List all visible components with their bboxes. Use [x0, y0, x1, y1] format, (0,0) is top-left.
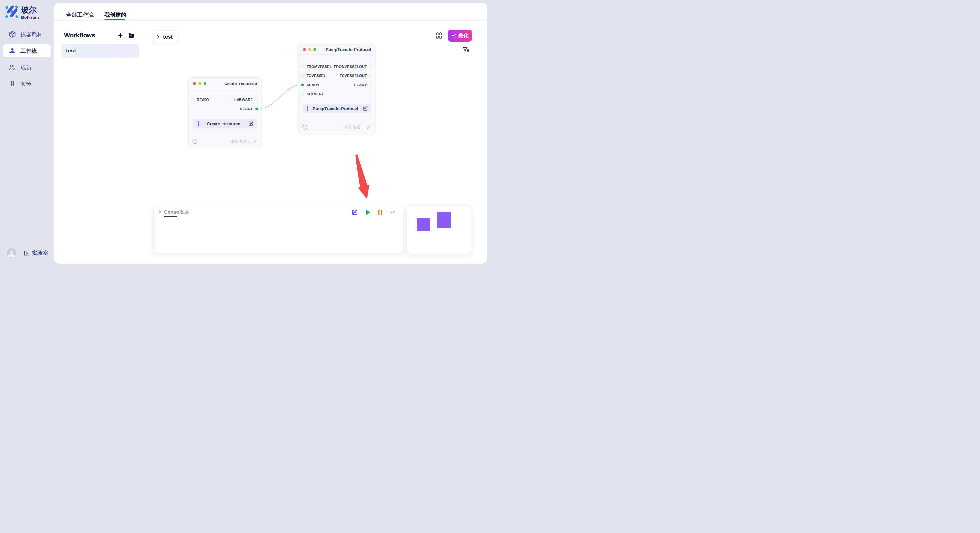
input-port-fromvessel[interactable] — [301, 65, 304, 68]
traffic-light-green-icon — [313, 48, 316, 51]
port-row: FROMVESSEL FROMVESSELOUT — [299, 63, 375, 70]
filter-icon[interactable] — [463, 47, 469, 53]
description-placeholder[interactable]: 添加描述... — [345, 124, 364, 130]
node-footer: 添加描述... — [192, 138, 257, 145]
workflow-people-icon — [8, 47, 16, 55]
port-label: FROMVESSEL — [307, 65, 332, 69]
port-row: READY — [189, 106, 261, 112]
brand-subtitle: Bohrium — [21, 15, 39, 20]
sidebar-item-experiments[interactable]: 实验 — [3, 78, 51, 90]
workflow-item-label: test — [66, 48, 76, 54]
members-icon — [8, 63, 16, 71]
output-port-ready[interactable] — [255, 108, 258, 110]
avatar-person-icon — [7, 248, 16, 258]
beautify-label: 美化 — [458, 32, 469, 39]
tab-my-workflows[interactable]: 我创建的 — [104, 11, 126, 19]
package-icon — [8, 30, 16, 38]
plus-icon — [118, 33, 123, 38]
panel-divider — [142, 21, 142, 263]
input-port-tovessel[interactable] — [301, 75, 304, 78]
flow-node-pump-transfer[interactable]: PumpTransferProtocol FROMVESSEL FROMVESS… — [298, 44, 375, 133]
output-port-fromvesselout[interactable] — [369, 65, 372, 68]
minimap-node-rect — [417, 218, 430, 231]
tab-task[interactable]: Task — [180, 209, 189, 215]
output-port-labware[interactable] — [255, 98, 258, 102]
console-actions — [352, 209, 395, 215]
node-footer: 添加描述... — [302, 124, 371, 130]
breadcrumb-label: test — [163, 34, 173, 40]
console-panel: Console Task — [153, 205, 404, 253]
flow-node-create-resource[interactable]: create_resource READY LABWARE READY Crea… — [188, 78, 261, 148]
brand-title: 玻尔 — [21, 5, 39, 15]
node-title: PumpTransferProtocol — [326, 47, 371, 52]
sparkles-icon — [451, 33, 456, 38]
user-avatar[interactable] — [7, 248, 16, 258]
port-label: READY — [307, 83, 320, 87]
sidebar-item-label: 实验 — [21, 80, 32, 88]
edit-icon[interactable] — [248, 121, 253, 126]
port-label: LABWARE — [234, 98, 253, 102]
canvas-minimap[interactable] — [407, 205, 472, 254]
port-label: TOVESSELOUT — [340, 74, 367, 78]
workspace-label: 实验室 — [32, 249, 48, 257]
minimap-node-rect — [437, 212, 451, 228]
workflow-tabbar: 全部工作流 我创建的 — [54, 3, 487, 21]
breadcrumb[interactable]: test — [152, 30, 178, 43]
workflows-panel-title: Workflows — [64, 32, 95, 39]
workflow-list-item-test[interactable]: test — [62, 44, 139, 58]
import-folder-button[interactable] — [126, 31, 136, 40]
run-play-icon[interactable] — [365, 209, 371, 215]
console-expand-chevron-icon[interactable] — [158, 209, 162, 214]
save-icon[interactable] — [352, 209, 358, 215]
description-placeholder[interactable]: 添加描述... — [231, 139, 250, 144]
port-label: READY — [197, 98, 210, 102]
active-tab-indicator — [104, 19, 125, 21]
command-layout-icon[interactable] — [436, 32, 442, 38]
port-label: SOLVENT — [307, 92, 324, 96]
sidebar-item-label: 成员 — [21, 64, 32, 71]
node-header[interactable]: PumpTransferProtocol — [299, 44, 375, 55]
pause-icon[interactable] — [378, 209, 383, 215]
port-label: READY — [240, 107, 253, 111]
sidebar-item-instruments[interactable]: 仪器耗材 — [3, 28, 51, 41]
output-port-ready[interactable] — [369, 84, 372, 86]
sidebar-item-members[interactable]: 成员 — [3, 61, 51, 74]
workspace-switcher[interactable]: 实验室 — [0, 248, 54, 258]
node-title: create_resource — [224, 81, 257, 86]
port-row: READY READY — [299, 82, 375, 88]
info-icon[interactable] — [192, 139, 197, 144]
folder-download-icon — [128, 33, 134, 38]
tab-all-workflows[interactable]: 全部工作流 — [66, 11, 94, 19]
traffic-light-red-icon — [303, 48, 306, 51]
node-action-pill[interactable]: Create_resource — [194, 119, 257, 128]
port-label: READY — [354, 83, 367, 87]
port-label: TOVESSEL — [307, 74, 326, 78]
info-icon[interactable] — [302, 125, 307, 130]
pill-label: PumpTransferProtocol — [308, 106, 363, 111]
pencil-icon[interactable] — [366, 125, 371, 129]
node-header[interactable]: create_resource — [189, 78, 261, 89]
input-port-solvent[interactable] — [301, 93, 304, 95]
app-window: 玻尔 Bohrium 仪器耗材 工作流 — [0, 0, 490, 266]
output-port-tovesselout[interactable] — [369, 75, 372, 78]
collapse-chevron-down-icon[interactable] — [390, 209, 395, 215]
beautify-button[interactable]: 美化 — [447, 30, 472, 42]
port-label: FROMVESSELOUT — [334, 65, 367, 69]
traffic-light-green-icon — [204, 82, 207, 85]
input-port-ready[interactable] — [191, 98, 194, 102]
port-row: READY LABWARE — [189, 97, 261, 103]
add-workflow-button[interactable] — [115, 31, 125, 40]
console-active-tab-indicator — [164, 216, 177, 217]
edit-icon[interactable] — [363, 106, 368, 111]
building-icon — [23, 250, 30, 257]
chevron-right-icon — [156, 35, 160, 39]
pencil-icon[interactable] — [253, 139, 257, 144]
port-row: SOLVENT — [299, 90, 375, 97]
sidebar-item-label: 工作流 — [21, 47, 37, 55]
traffic-lights — [303, 48, 316, 51]
input-port-ready[interactable] — [301, 84, 304, 86]
sidebar-item-workflow[interactable]: 工作流 — [3, 44, 51, 57]
bohrium-logo-icon — [5, 5, 18, 18]
traffic-light-yellow-icon — [198, 82, 201, 85]
node-action-pill[interactable]: PumpTransferProtocol — [303, 104, 371, 113]
